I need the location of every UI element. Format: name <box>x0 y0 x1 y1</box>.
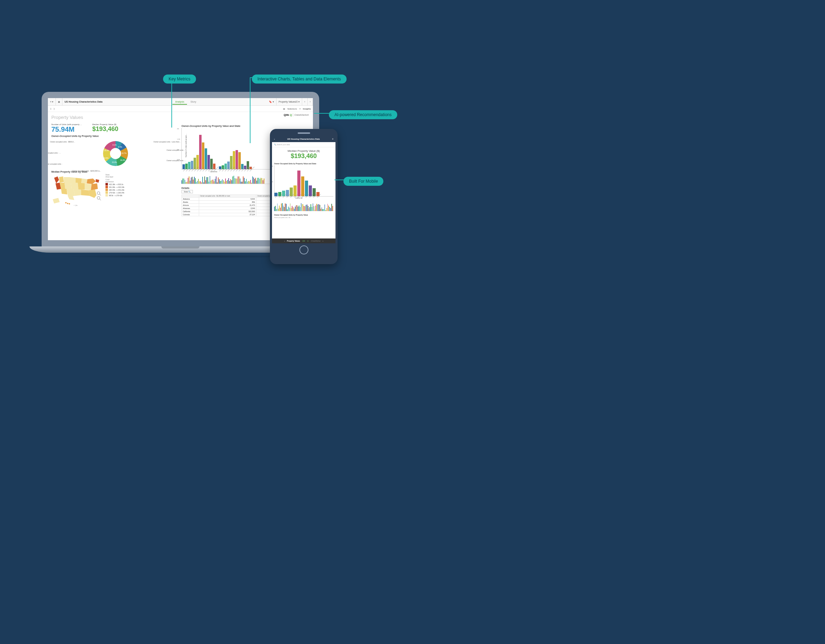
svg-point-4 <box>97 192 100 194</box>
kpi-row: Number of Units (with property ... 75.94… <box>51 123 179 134</box>
donut-title: Owner-Occupied Units by Property Value <box>51 135 179 137</box>
tabs: Analysis Story <box>104 100 267 103</box>
callout-line <box>314 113 329 114</box>
callout-ai: AI-powered Recommendations <box>329 110 397 119</box>
kpi-units[interactable]: Number of Units (with property ... 75.94… <box>51 123 82 134</box>
svg-text:© Qlik: © Qlik <box>74 205 78 206</box>
phone-prev-button[interactable]: ‹ <box>284 240 285 242</box>
phone-menu-button[interactable]: ≡ <box>332 138 334 140</box>
callout-key-metrics: Key Metrics <box>163 74 196 83</box>
callout-charts: Interactive Charts, Tables and Data Elem… <box>252 74 347 83</box>
map-title: Median Property Value by State <box>51 171 179 173</box>
brand: Qlik Q DataMarket <box>284 113 309 117</box>
insights-icon[interactable]: ⚛ <box>299 108 301 110</box>
phone-sect2: Owner-Occupied Units by Property Value <box>272 213 335 217</box>
svg-point-3 <box>69 203 70 205</box>
phone-sect1: Owner-Occupied Units by Property Value a… <box>272 162 335 165</box>
selections-icon[interactable]: ▤ <box>283 108 285 110</box>
bookmark-button[interactable]: 🔖 ▾ <box>267 98 277 105</box>
phone-mini-chart[interactable] <box>274 205 334 211</box>
sheet-selector[interactable]: Property Values ☷ ▾ <box>277 98 302 105</box>
kpi-mpv[interactable]: Median Property Value ($) $193,460 <box>92 123 118 134</box>
us-map[interactable]: © Qlik <box>51 174 104 206</box>
phone-kpi-value: $193,460 <box>272 153 335 162</box>
step-fwd-button[interactable]: ⟩⟩ <box>53 108 55 110</box>
step-back-button[interactable]: ⟨⟨ <box>50 108 51 110</box>
prev-sheet-button[interactable]: ‹ <box>302 98 307 105</box>
kpi-mpv-value: $193,460 <box>92 125 118 133</box>
map-area[interactable]: © Qlik State Area layer Color expression… <box>51 174 179 206</box>
svg-line-7 <box>100 199 101 200</box>
bar-title: Owner-Occupied Units by Property Value a… <box>181 125 309 127</box>
state-filter-button[interactable]: State 🔍 <box>181 190 193 193</box>
kpi-units-value: 75.94M <box>51 125 82 134</box>
callout-line <box>334 180 344 180</box>
phone-back-button[interactable]: ‹ <box>274 138 275 140</box>
donut-svg: 8.1% 9.0% 15.5% 15.7% 18.3% 16.2% 15.2% <box>103 141 128 166</box>
tab-story[interactable]: Story <box>188 100 199 104</box>
phone-bar-chart[interactable]: 2M 1M California Owner-occ...Owner-occ..… <box>274 165 334 197</box>
callout-mobile: Built For Mobile <box>343 177 383 186</box>
svg-point-1 <box>65 202 66 203</box>
selections-button[interactable]: Selections <box>287 108 297 110</box>
next-sheet-button[interactable]: › <box>308 98 313 105</box>
phone-home-button[interactable] <box>300 245 308 254</box>
phone-search[interactable]: 🔍 Search your data <box>272 142 335 147</box>
svg-point-2 <box>67 203 68 204</box>
tab-analysis[interactable]: Analysis <box>172 100 187 105</box>
menu-button[interactable]: ≡ ▾ <box>48 98 56 105</box>
app-toolbar: ≡ ▾ ◉ US Housing Characteristics Data An… <box>48 98 313 106</box>
phone-bottom-bar: ‹ Property Values QlikQ | DataMarket › <box>272 239 335 243</box>
callout-line <box>171 83 172 128</box>
svg-line-5 <box>100 194 101 196</box>
phone-next-button[interactable]: › <box>323 240 323 242</box>
app-title: US Housing Characteristics Data <box>62 98 104 105</box>
phone-frame: ‹ US Housing Characteristics Data ≡ 🔍 Se… <box>270 129 338 264</box>
phone-screen: ‹ US Housing Characteristics Data ≡ 🔍 Se… <box>272 136 335 243</box>
phone-kpi-label: Median Property Value ($) <box>272 147 335 153</box>
donut-chart[interactable]: Owner-occupied units - $500,0... Owner-o… <box>51 138 179 169</box>
insights-button[interactable]: Insights <box>303 108 311 110</box>
app-icon[interactable]: ◉ <box>56 98 62 105</box>
svg-point-6 <box>97 197 100 199</box>
map-legend: State Area layer Color expression 422.18… <box>105 174 124 206</box>
callout-line <box>250 77 250 143</box>
page-title: Property Values <box>51 114 309 121</box>
phone-title: US Housing Characteristics Data <box>287 138 320 140</box>
phone-sub2: Owner-occupied units - $1... <box>272 217 335 218</box>
left-column: Number of Units (with property ... 75.94… <box>51 123 179 216</box>
